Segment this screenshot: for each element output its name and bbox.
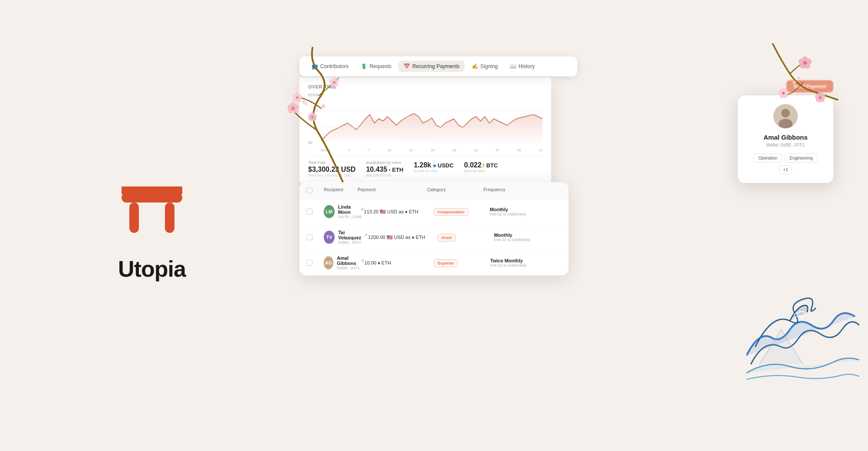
row2-checkbox-cell: [306, 234, 324, 240]
row2-category: Grant: [437, 233, 494, 242]
tab-requests[interactable]: 💲 Requests: [355, 61, 397, 72]
x-label-7: 7: [368, 148, 369, 152]
header-category: Category: [427, 187, 483, 193]
svg-rect-0: [122, 193, 182, 203]
x-label-19: 19: [452, 148, 456, 152]
header-recipient: Recipient: [324, 187, 358, 193]
row2-recipient-info: TV Tai Velasquez ✓ 0x88e...4473: [324, 230, 368, 245]
header-checkbox-col: [306, 187, 324, 193]
row3-category: Expense: [434, 258, 490, 267]
svg-rect-1: [128, 186, 176, 194]
stat-eth-currency: ETH: [392, 167, 403, 173]
dollar-icon: 💲: [361, 63, 367, 69]
svg-rect-2: [129, 203, 139, 233]
row1-address: 0x278...CA99: [338, 215, 364, 219]
svg-point-11: [291, 107, 295, 110]
row1-frequency: Monthly Feb 02 to Indefinitely: [490, 207, 568, 216]
svg-rect-4: [122, 186, 132, 194]
breakdown-label: Breakdown by coins: [366, 160, 403, 165]
tab-signing[interactable]: ✍️ Signing: [467, 61, 503, 72]
row1-verified-icon: ✓: [361, 207, 364, 212]
book-icon: 📖: [510, 63, 516, 69]
eth-icon: ♦: [388, 167, 391, 172]
profile-tag-operation[interactable]: Operation: [753, 154, 782, 163]
svg-point-32: [316, 109, 318, 112]
stat-usdc: 1.28k ◉ USDC $1,284.00 USD: [414, 160, 454, 177]
x-label-28: 28: [517, 148, 521, 152]
calendar-icon: 📅: [404, 63, 410, 69]
logo-container: Utopia: [113, 169, 191, 282]
tab-signing-label: Signing: [480, 63, 498, 69]
svg-point-31: [305, 103, 307, 105]
svg-point-45: [782, 92, 785, 95]
utopia-logo-icon: [113, 169, 191, 247]
svg-point-23: [311, 116, 314, 118]
row1-category-badge: Compensation: [434, 208, 469, 216]
x-label-22: 22: [474, 148, 478, 152]
stat-eth-value: 10.435: [366, 166, 387, 173]
svg-rect-5: [171, 186, 182, 194]
row2-verified-icon: ✓: [365, 233, 368, 237]
pen-icon: ✍️: [472, 63, 478, 69]
row2-frequency: Monthly Feb 02 to Indefinitely: [494, 232, 569, 242]
btc-icon: ₿: [483, 163, 485, 168]
svg-point-29: [333, 81, 335, 84]
svg-point-17: [296, 96, 299, 99]
x-label-13: 13: [409, 148, 413, 152]
row1-checkbox[interactable]: [306, 209, 312, 215]
x-label-25: 25: [495, 148, 499, 152]
row3-recipient-details: Amal Gibbons ✓ 0x88e...4473: [337, 255, 364, 270]
stat-usdc-currency: USDC: [438, 162, 454, 169]
table-row: AG Amal Gibbons ✓ 0x88e...4473 10.00 ♦ E…: [299, 250, 569, 275]
row3-address: 0x88e...4473: [337, 266, 364, 270]
x-label-31: 31: [539, 148, 542, 152]
svg-point-33: [322, 105, 325, 108]
profile-tags: Operation Engineering +1: [746, 154, 825, 174]
tab-recurring-label: Recurring Payments: [412, 63, 460, 69]
svg-rect-3: [165, 203, 174, 233]
row2-checkbox[interactable]: [306, 234, 312, 240]
row2-avatar: TV: [324, 231, 335, 244]
stat-usdc-coin: 1.28k ◉ USDC: [414, 161, 454, 169]
table-row: LM Linda Moon ✓ 0x278...CA99 113.20 🇺🇸 U…: [299, 199, 569, 225]
tab-history[interactable]: 📖 History: [505, 61, 540, 72]
stat-btc-currency: BTC: [486, 162, 498, 169]
row1-freq-sub: Feb 02 to Indefinitely: [490, 212, 568, 216]
table-row: TV Tai Velasquez ✓ 0x88e...4473 1200.00 …: [299, 225, 569, 250]
row3-checkbox[interactable]: [306, 260, 312, 266]
profile-tag-engineering[interactable]: Engineering: [785, 154, 817, 163]
x-label-16: 16: [431, 148, 434, 152]
row2-freq-main: Monthly: [494, 232, 569, 238]
row1-recipient-info: LM Linda Moon ✓ 0x278...CA99: [324, 204, 364, 219]
row3-category-badge: Expense: [434, 259, 458, 267]
stat-btc: 0.022 ₿ BTC $982.88 USD: [464, 160, 498, 177]
stat-btc-value: 0.022: [464, 161, 481, 169]
row3-recipient-info: AG Amal Gibbons ✓ 0x88e...4473: [324, 255, 365, 270]
stat-breakdown-label: Breakdown by coins 10.435 ♦ ETH $50,228.…: [366, 160, 403, 177]
left-section: Utopia: [0, 0, 304, 451]
svg-point-30: [302, 100, 306, 104]
cherry-blossom-right-decoration: [760, 43, 846, 152]
row3-frequency: Twice Monthly Feb 02 to Indefinitely: [490, 258, 569, 268]
svg-point-54: [812, 85, 815, 88]
profile-tag-plus[interactable]: +1: [779, 165, 792, 174]
right-section: 👥 Contributors 💲 Requests 📅 Recurring Pa…: [282, 0, 868, 451]
header-checkbox[interactable]: [306, 187, 312, 193]
header-frequency: Frequency: [483, 187, 562, 193]
row2-payment: 1200.00 🇺🇸 USD as ♦ ETH: [368, 235, 437, 240]
x-label-10: 10: [387, 148, 391, 152]
row2-recipient-name: Tai Velasquez ✓: [338, 230, 368, 240]
brand-name: Utopia: [118, 256, 186, 282]
row3-freq-sub: Feb 02 to Indefinitely: [490, 263, 569, 268]
tab-requests-label: Requests: [369, 63, 391, 69]
tab-recurring[interactable]: 📅 Recurring Payments: [398, 61, 465, 72]
row2-category-badge: Grant: [437, 234, 456, 242]
row3-checkbox-cell: [306, 260, 324, 266]
row3-freq-main: Twice Monthly: [490, 258, 569, 263]
row2-freq-sub: Feb 02 to Indefinitely: [494, 238, 569, 242]
usdc-icon: ◉: [433, 163, 437, 168]
row3-avatar: AG: [324, 256, 333, 269]
row1-payment: 113.20 🇺🇸 USD as ♦ ETH: [364, 209, 434, 215]
row2-recipient-details: Tai Velasquez ✓ 0x88e...4473: [338, 230, 368, 245]
row1-freq-main: Monthly: [490, 207, 568, 212]
